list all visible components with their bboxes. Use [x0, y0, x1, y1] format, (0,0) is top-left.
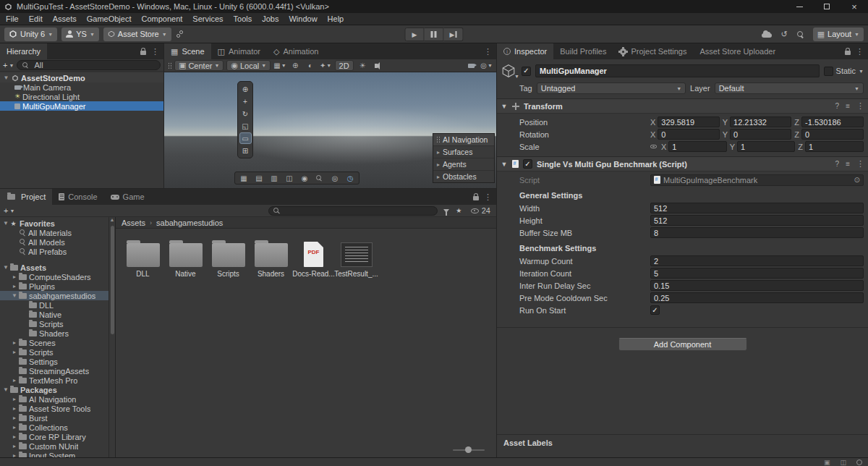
rect-tool-button[interactable]: ▭: [239, 132, 252, 144]
transform-header[interactable]: ▼ Transform ? ≡ ⋮: [497, 99, 868, 114]
scene-row[interactable]: ▼ AssetStoreDemo: [0, 73, 163, 82]
gizmos-dropdown-button[interactable]: ◎▼: [480, 60, 493, 72]
menu-component[interactable]: Component: [136, 14, 187, 23]
tab-build-profiles[interactable]: Build Profiles: [553, 43, 613, 59]
scrollbar-thumb[interactable]: [111, 226, 114, 334]
tree-item[interactable]: ▸Scenes: [0, 338, 115, 347]
asset-store-button[interactable]: Asset Store ▼: [103, 27, 171, 41]
add-component-button[interactable]: Add Component: [618, 338, 747, 351]
expander-open-icon[interactable]: ▼: [501, 103, 508, 110]
tab-animator[interactable]: ◫Animator: [211, 43, 267, 59]
active-checkbox[interactable]: ✓: [522, 67, 531, 76]
tree-item[interactable]: All Materials: [0, 228, 115, 237]
snap-surface-button[interactable]: ▥: [267, 173, 281, 184]
tree-item[interactable]: Shaders: [0, 329, 115, 338]
tree-item[interactable]: ▸Asset Store Tools: [0, 404, 115, 413]
chevron-right-icon[interactable]: ▸: [11, 452, 18, 457]
gameobject-cube-icon[interactable]: ▼: [500, 62, 517, 80]
scale-z-field[interactable]: 1: [805, 141, 864, 152]
tab-asset-store-uploader[interactable]: Asset Store Uploader: [694, 43, 783, 59]
tab-scene[interactable]: ▦Scene: [164, 43, 211, 59]
tree-item[interactable]: ▸AI Navigation: [0, 394, 115, 404]
tree-packages-root[interactable]: ▼Packages: [0, 385, 115, 394]
grid-snap-button[interactable]: ▦: [237, 173, 251, 184]
tool-orientation-dropdown[interactable]: ◉Local▼: [226, 60, 271, 71]
play-button[interactable]: ▶: [405, 27, 425, 41]
object-picker-icon[interactable]: ⊙: [854, 176, 860, 184]
pre-mode-cooldown-field[interactable]: 0.25: [650, 292, 864, 303]
chevron-right-icon[interactable]: ▸: [11, 396, 18, 402]
kebab-menu-icon[interactable]: ⋮: [484, 47, 492, 56]
chevron-right-icon[interactable]: ▸: [11, 274, 18, 280]
position-z-field[interactable]: -1.530186: [801, 116, 864, 127]
project-search-input[interactable]: [268, 206, 438, 216]
help-icon[interactable]: ?: [835, 102, 840, 110]
tree-item[interactable]: ▸Scripts: [0, 347, 115, 357]
pause-button[interactable]: [425, 27, 444, 41]
compass-button[interactable]: ◷: [343, 173, 357, 184]
tab-animation[interactable]: ◇Animation: [267, 43, 325, 59]
scene-lighting-button[interactable]: ☀: [357, 60, 369, 72]
rotation-x-field[interactable]: 0: [658, 129, 719, 140]
unity-version-button[interactable]: Unity 6 ▼: [4, 27, 57, 41]
tree-item[interactable]: ▸Burst: [0, 413, 115, 423]
chevron-right-icon[interactable]: ▸: [11, 377, 18, 384]
tree-item[interactable]: ▸Collections: [0, 423, 115, 432]
tree-item[interactable]: ▸Core RP Library: [0, 432, 115, 441]
script-object-field[interactable]: MultiGpuImageBenchmark ⊙: [650, 174, 864, 186]
component-enabled-checkbox[interactable]: ✓: [523, 159, 532, 169]
gameobject-name-field[interactable]: MultiGpuManager: [535, 64, 820, 77]
move-tool-button[interactable]: +: [239, 96, 252, 107]
shading-mode-button[interactable]: ◐: [305, 60, 317, 72]
tree-item[interactable]: Native: [0, 310, 115, 319]
thumbnail-zoom-slider[interactable]: [453, 449, 485, 451]
menu-help[interactable]: Help: [323, 14, 349, 23]
scroll-up-icon[interactable]: ▲: [109, 217, 115, 222]
ai-nav-item-agents[interactable]: ▸Agents: [433, 158, 494, 170]
chevron-right-icon[interactable]: ▸: [11, 424, 18, 431]
rotate-tool-button[interactable]: ↻: [239, 108, 252, 119]
package-manager-icon[interactable]: ◫: [840, 459, 846, 466]
chevron-right-icon[interactable]: ▸: [11, 405, 18, 412]
tree-item[interactable]: All Models: [0, 237, 115, 247]
asset-item-folder[interactable]: DLL: [123, 237, 163, 278]
expander-open-icon[interactable]: ▼: [2, 386, 9, 393]
mode-2d-button[interactable]: 2D: [335, 60, 354, 71]
chevron-right-icon[interactable]: ▸: [11, 415, 18, 421]
kebab-menu-icon[interactable]: ⋮: [856, 159, 864, 169]
chevron-right-icon[interactable]: ▸: [11, 433, 18, 440]
asset-labels-section[interactable]: Asset Labels: [497, 434, 868, 457]
kebab-menu-icon[interactable]: ⋮: [151, 47, 159, 56]
menu-services[interactable]: Services: [187, 14, 228, 23]
tree-favorites[interactable]: ▼★Favorites: [0, 219, 115, 228]
rotation-y-field[interactable]: 0: [730, 129, 791, 140]
drag-handle-icon[interactable]: [168, 62, 171, 69]
run-on-start-checkbox[interactable]: ✓: [650, 305, 660, 315]
background-task-icon[interactable]: [856, 459, 862, 465]
kebab-menu-icon[interactable]: ⋮: [484, 192, 492, 202]
snap-increment-button[interactable]: ▤: [252, 173, 266, 184]
expander-open-icon[interactable]: ▼: [3, 75, 9, 81]
render-doc-button[interactable]: ◎: [328, 173, 342, 184]
slider-thumb[interactable]: [465, 446, 472, 453]
expander-open-icon[interactable]: ▼: [2, 220, 9, 226]
save-search-button[interactable]: ★: [455, 207, 465, 214]
tree-scrollbar[interactable]: ▲: [109, 217, 115, 457]
account-button[interactable]: YS ▼: [61, 27, 99, 41]
menu-tools[interactable]: Tools: [229, 14, 258, 23]
expander-open-icon[interactable]: ▼: [2, 264, 9, 271]
ai-nav-item-obstacles[interactable]: ▸Obstacles: [433, 170, 494, 182]
asset-item-text[interactable]: TestResult_...: [336, 237, 376, 278]
camera-settings-button[interactable]: [465, 60, 477, 72]
expander-open-icon[interactable]: ▼: [11, 292, 18, 299]
scale-tool-button[interactable]: ◱: [239, 120, 252, 132]
height-field[interactable]: 512: [650, 215, 864, 226]
tab-game[interactable]: Game: [104, 189, 151, 205]
tree-item[interactable]: ▸Custom NUnit: [0, 441, 115, 451]
chevron-right-icon[interactable]: ▸: [11, 349, 18, 355]
warmup-count-field[interactable]: 2: [650, 255, 864, 266]
orientation-button[interactable]: ◫: [282, 173, 297, 184]
tab-console[interactable]: Console: [52, 189, 103, 205]
search-overlay-button[interactable]: [312, 173, 327, 184]
position-x-field[interactable]: 329.5819: [658, 116, 719, 127]
